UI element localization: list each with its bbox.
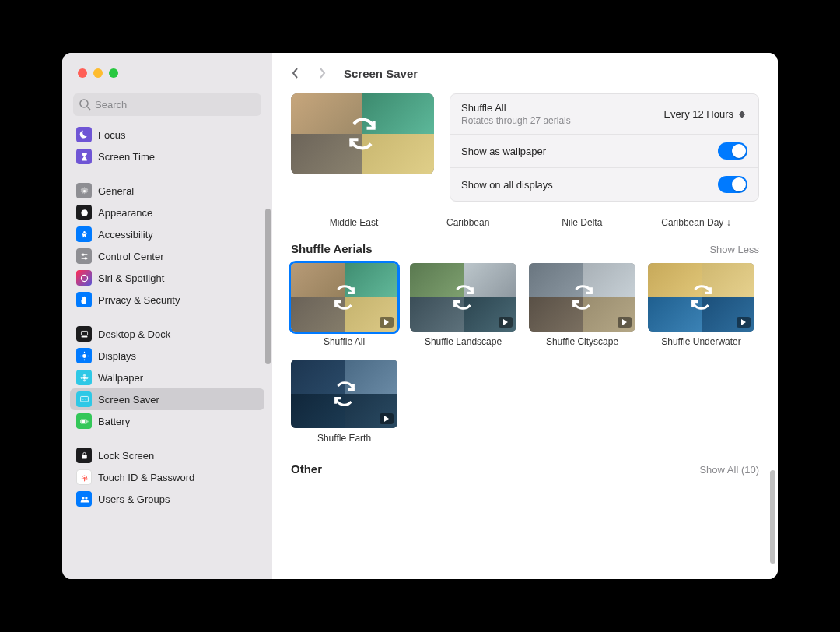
main-panel: Screen Saver Shuffle All Rotates through… — [272, 53, 778, 579]
users-icon — [79, 494, 89, 504]
tile-label: Shuffle Underwater — [648, 336, 754, 347]
search-input[interactable] — [73, 93, 261, 116]
section-title: Shuffle Aerials — [291, 242, 372, 255]
svg-point-4 — [83, 231, 85, 233]
page-title: Screen Saver — [344, 67, 418, 80]
sidebar-item-users-groups[interactable]: Users & Groups — [70, 488, 264, 510]
forward-button[interactable] — [311, 62, 333, 84]
play-icon — [502, 319, 509, 325]
zoom-window-button[interactable] — [109, 68, 118, 78]
sidebar-item-screen-time[interactable]: Screen Time — [70, 146, 264, 167]
sidebar-item-general[interactable]: General — [70, 180, 264, 202]
sidebar-item-displays[interactable]: Displays — [70, 345, 264, 367]
shuffle-cycle-icon — [688, 284, 715, 311]
sidebar-item-touch-id[interactable]: Touch ID & Password — [70, 466, 264, 488]
peek-label: Caribbean Day ↓ — [646, 217, 747, 228]
show-all-displays-toggle[interactable] — [718, 176, 747, 193]
svg-point-0 — [80, 100, 88, 107]
moon-icon — [79, 130, 89, 140]
hand-icon — [79, 295, 89, 305]
sidebar-item-privacy[interactable]: Privacy & Security — [70, 289, 264, 311]
fingerprint-icon — [79, 472, 89, 483]
main-content[interactable]: Shuffle All Rotates through 27 aerials E… — [272, 93, 778, 579]
saver-tile-shuffle-underwater[interactable]: Shuffle Underwater — [648, 263, 754, 347]
svg-point-17 — [82, 376, 85, 378]
sidebar-item-label: Siri & Spotlight — [98, 272, 164, 284]
window-controls — [62, 53, 272, 93]
sidebar-item-wallpaper[interactable]: Wallpaper — [70, 367, 264, 388]
sun-icon — [79, 351, 89, 361]
battery-icon — [79, 416, 89, 427]
show-less-button[interactable]: Show Less — [709, 244, 759, 255]
sidebar-item-siri[interactable]: Siri & Spotlight — [70, 267, 264, 289]
show-all-displays-row: Show on all displays — [450, 168, 758, 201]
sidebar-item-control-center[interactable]: Control Center — [70, 245, 264, 267]
svg-rect-22 — [80, 396, 88, 402]
sidebar-item-accessibility[interactable]: Accessibility — [70, 223, 264, 245]
sidebar-item-screen-saver[interactable]: Screen Saver — [70, 388, 264, 410]
saver-tile-shuffle-cityscape[interactable]: Shuffle Cityscape — [529, 263, 635, 347]
shuffle-aerials-header: Shuffle Aerials Show Less — [291, 242, 759, 255]
sidebar-item-label: General — [98, 185, 134, 197]
current-saver-detail: Shuffle All Rotates through 27 aerials E… — [291, 93, 759, 202]
play-icon — [621, 319, 628, 325]
preview-play-button[interactable] — [737, 317, 751, 328]
tile-label: Shuffle All — [291, 336, 397, 347]
lock-icon — [79, 451, 89, 461]
close-window-button[interactable] — [78, 68, 87, 78]
shuffle-interval-dropdown[interactable]: Every 12 Hours — [663, 108, 747, 120]
appearance-icon — [79, 208, 89, 218]
show-as-wallpaper-toggle[interactable] — [718, 142, 747, 160]
svg-line-1 — [87, 107, 90, 110]
settings-window: Focus Screen Time General Appearance Acc… — [62, 53, 778, 579]
preview-play-button[interactable] — [380, 413, 394, 424]
svg-point-30 — [85, 497, 87, 499]
show-all-button[interactable]: Show All (10) — [699, 464, 759, 476]
svg-point-12 — [82, 354, 86, 358]
row-label: Show as wallpaper — [461, 146, 718, 157]
saver-tile-shuffle-landscape[interactable]: Shuffle Landscape — [410, 263, 516, 347]
sidebar-item-battery[interactable]: Battery — [70, 410, 264, 432]
svg-rect-11 — [81, 335, 87, 337]
chevron-left-icon — [291, 67, 300, 79]
back-button[interactable] — [285, 62, 306, 84]
saver-tile-shuffle-all[interactable]: Shuffle All — [291, 263, 397, 347]
svg-point-7 — [82, 253, 84, 255]
sidebar-item-desktop-dock[interactable]: Desktop & Dock — [70, 323, 264, 345]
sidebar-item-focus[interactable]: Focus — [70, 124, 264, 146]
shuffle-cycle-icon — [345, 117, 380, 151]
shuffle-cycle-icon — [569, 284, 596, 311]
preview-play-button[interactable] — [618, 317, 632, 328]
shuffle-interval-row: Shuffle All Rotates through 27 aerials E… — [450, 94, 758, 135]
screensaver-icon — [79, 395, 89, 405]
sidebar-item-label: Privacy & Security — [98, 294, 180, 306]
minimize-window-button[interactable] — [93, 68, 103, 78]
shuffle-cycle-icon — [331, 284, 358, 311]
hourglass-icon — [79, 152, 89, 162]
stepper-icon — [737, 111, 747, 118]
sidebar-scrollbar[interactable] — [265, 209, 271, 364]
siri-icon — [79, 273, 89, 283]
svg-point-18 — [82, 374, 85, 376]
saver-preview — [291, 93, 434, 174]
play-icon — [740, 319, 747, 325]
tile-label: Shuffle Landscape — [410, 336, 516, 347]
svg-point-9 — [81, 275, 87, 281]
sidebar: Focus Screen Time General Appearance Acc… — [62, 53, 272, 579]
other-section-header: Other Show All (10) — [291, 462, 759, 476]
sidebar-item-lock-screen[interactable]: Lock Screen — [70, 444, 264, 466]
sidebar-item-label: Wallpaper — [98, 372, 143, 384]
search-field[interactable] — [73, 93, 261, 116]
preview-play-button[interactable] — [380, 317, 394, 328]
preview-play-button[interactable] — [499, 317, 513, 328]
svg-point-20 — [80, 376, 82, 378]
svg-rect-27 — [81, 420, 85, 422]
sidebar-item-appearance[interactable]: Appearance — [70, 202, 264, 223]
saver-tile-shuffle-earth[interactable]: Shuffle Earth — [291, 360, 397, 444]
sidebar-item-label: Touch ID & Password — [98, 472, 194, 483]
accessibility-icon — [79, 230, 89, 240]
shuffle-cycle-icon — [331, 381, 358, 407]
sidebar-list[interactable]: Focus Screen Time General Appearance Acc… — [62, 124, 272, 579]
svg-point-23 — [82, 398, 84, 399]
main-scrollbar[interactable] — [770, 470, 775, 564]
